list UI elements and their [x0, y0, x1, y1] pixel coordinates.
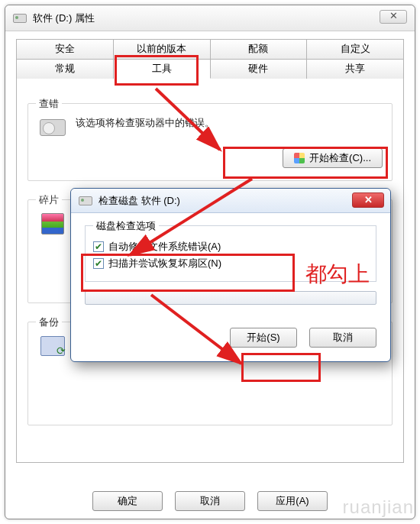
shield-icon: [294, 153, 305, 163]
window-title: 软件 (D:) 属性: [33, 5, 95, 31]
group-title-backup: 备份: [36, 315, 62, 329]
checkbox-auto-fix[interactable]: ✔: [93, 241, 104, 252]
cancel-button[interactable]: 取消: [175, 491, 245, 511]
disk-check-options: 磁盘检查选项 ✔ 自动修复文件系统错误(A) ✔ 扫描并尝试恢复坏扇区(N): [85, 225, 376, 282]
check-disk-dialog: 检查磁盘 软件 (D:) ✕ 磁盘检查选项 ✔ 自动修复文件系统错误(A) ✔ …: [70, 188, 391, 362]
tab-row-2: 常规 工具 硬件 共享: [16, 59, 404, 79]
tab-quota[interactable]: 配额: [211, 39, 308, 59]
tab-security[interactable]: 安全: [16, 39, 114, 59]
tab-previous-versions[interactable]: 以前的版本: [114, 39, 211, 59]
dialog-button-row: 开始(S) 取消: [85, 328, 376, 348]
tab-row-1: 安全 以前的版本 配额 自定义: [16, 39, 404, 59]
start-button[interactable]: 开始(S): [230, 328, 297, 348]
close-icon: ✕: [364, 194, 373, 205]
option-auto-fix-label: 自动修复文件系统错误(A): [108, 240, 221, 254]
ok-button[interactable]: 确定: [92, 491, 163, 511]
window-titlebar: 软件 (D:) 属性: [5, 5, 415, 31]
start-check-label: 开始检查(C)...: [309, 151, 371, 165]
drive-icon: [79, 196, 92, 205]
group-title-check: 查错: [36, 97, 62, 111]
option-auto-fix[interactable]: ✔ 自动修复文件系统错误(A): [93, 240, 368, 254]
tab-general[interactable]: 常规: [16, 59, 114, 79]
progress-bar: [85, 291, 376, 305]
backup-icon: [40, 336, 65, 356]
watermark: ruanjian: [343, 497, 414, 518]
option-scan-recover-label: 扫描并尝试恢复坏扇区(N): [108, 257, 221, 270]
checkbox-scan-recover[interactable]: ✔: [93, 258, 104, 269]
tab-tools[interactable]: 工具: [114, 59, 211, 79]
start-check-button[interactable]: 开始检查(C)...: [283, 148, 383, 168]
dialog-title: 检查磁盘 软件 (D:): [99, 194, 180, 208]
tab-hardware[interactable]: 硬件: [211, 59, 308, 79]
dialog-close-button[interactable]: ✕: [352, 192, 384, 208]
defrag-icon: [41, 213, 64, 235]
apply-button[interactable]: 应用(A): [257, 491, 328, 511]
dialog-cancel-button[interactable]: 取消: [309, 328, 376, 348]
fieldset-title: 磁盘检查选项: [93, 219, 159, 233]
hdd-icon: [40, 119, 66, 136]
window-close-button[interactable]: ✕: [380, 10, 407, 24]
tab-sharing[interactable]: 共享: [307, 59, 404, 79]
drive-icon: [13, 14, 27, 23]
tab-customize[interactable]: 自定义: [307, 39, 404, 59]
dialog-titlebar: 检查磁盘 软件 (D:): [71, 189, 390, 213]
dialog-body: 磁盘检查选项 ✔ 自动修复文件系统错误(A) ✔ 扫描并尝试恢复坏扇区(N) 开…: [71, 213, 390, 361]
group-error-checking: 查错 该选项将检查驱动器中的错误。 开始检查(C)...: [27, 103, 393, 181]
close-icon: ✕: [389, 10, 398, 21]
check-description: 该选项将检查驱动器中的错误。: [76, 115, 383, 130]
option-scan-recover[interactable]: ✔ 扫描并尝试恢复坏扇区(N): [93, 257, 368, 270]
group-title-defrag: 碎片: [36, 193, 62, 207]
